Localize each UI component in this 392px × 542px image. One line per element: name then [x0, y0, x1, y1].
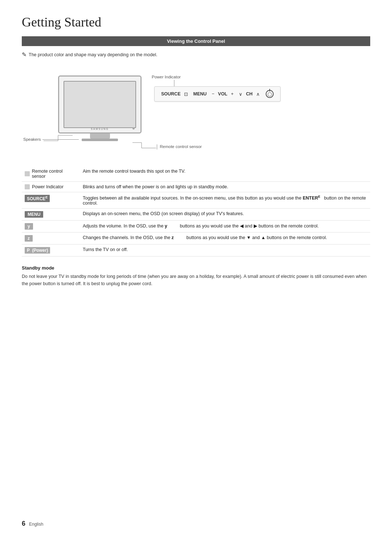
table-row: y Adjusts the volume. In the OSD, use th… [22, 221, 370, 233]
note-line: ✎ The product color and shape may vary d… [22, 51, 370, 58]
table-row: Power Indicator Blinks and turns off whe… [22, 182, 370, 192]
power-label-cell: P (Power) [25, 247, 50, 254]
row-description: Toggles between all the available input … [80, 192, 370, 209]
source-icon: ⊡ [184, 91, 188, 97]
note-text: The product color and shape may vary dep… [29, 52, 157, 57]
tv-illustration: SAMSUNG [58, 75, 142, 141]
table-row: P (Power) Turns the TV on or off. [22, 245, 370, 256]
power-indicator-label: Power Indicator [152, 75, 181, 79]
control-info-table: Remote control sensor Aim the remote con… [22, 166, 370, 256]
source-btn: SOURCE [161, 91, 180, 97]
table-row: z Changes the channels. In the OSD, use … [22, 233, 370, 245]
row-label: Power Indicator [32, 184, 64, 189]
label-cell: Remote control sensor [25, 169, 77, 179]
remote-sensor-bottom-label: Remote control sensor [157, 144, 202, 149]
vol-plus: + [231, 91, 233, 97]
label-cell: SOURCEE [25, 195, 77, 202]
table-row: SOURCEE Toggles between all the availabl… [22, 192, 370, 209]
page-footer: 6 English [22, 520, 43, 527]
page-number: 6 [22, 520, 25, 527]
source-label: SOURCEE [25, 195, 50, 202]
row-description: Turns the TV on or off. [80, 245, 370, 256]
vol-label-cell: y [25, 223, 33, 230]
diagram-area: SAMSUNG SOURCE ⊡ MENU − VOL + ∨ CH ∧ ◯ [22, 65, 370, 159]
table-row: Remote control sensor Aim the remote con… [22, 166, 370, 182]
ch-down: ∨ [239, 91, 242, 97]
power-btn: ◯ [266, 90, 274, 98]
standby-text: Do not leave your TV in standby mode for… [22, 273, 370, 287]
vol-minus: − [212, 91, 214, 97]
page-title: Getting Started [22, 15, 370, 30]
menu-label: MENU [25, 211, 43, 218]
ch-label-cell: z [25, 235, 33, 242]
table-row: MENU Displays an on-screen menu, the OSD… [22, 209, 370, 221]
label-cell: Power Indicator [25, 184, 77, 189]
speakers-label: Speakers [23, 137, 79, 141]
label-cell: y [25, 223, 77, 230]
standby-title: Standby mode [22, 265, 370, 271]
label-cell: P (Power) [25, 247, 77, 254]
ch-label: CH [246, 91, 253, 97]
label-cell: z [25, 235, 77, 242]
standby-section: Standby mode Do not leave your TV in sta… [22, 265, 370, 287]
note-icon: ✎ [22, 51, 26, 58]
row-description: Blinks and turns off when the power is o… [80, 182, 370, 192]
vol-label: VOL [218, 91, 228, 97]
row-description: Adjusts the volume. In the OSD, use the … [80, 221, 370, 233]
samsung-logo: SAMSUNG [91, 128, 109, 130]
ch-up: ∧ [256, 91, 260, 97]
menu-btn: MENU [193, 91, 207, 97]
page-language: English [29, 522, 43, 527]
row-label: Remote control sensor [32, 169, 77, 179]
section-header: Viewing the Control Panel [22, 36, 370, 46]
row-description: Changes the channels. In the OSD, use th… [80, 233, 370, 245]
control-panel-strip: SOURCE ⊡ MENU − VOL + ∨ CH ∧ ◯ [154, 86, 281, 102]
row-description: Displays an on-screen menu, the OSD (on … [80, 209, 370, 221]
label-cell: MENU [25, 211, 77, 218]
row-description: Aim the remote control towards this spot… [80, 166, 370, 182]
